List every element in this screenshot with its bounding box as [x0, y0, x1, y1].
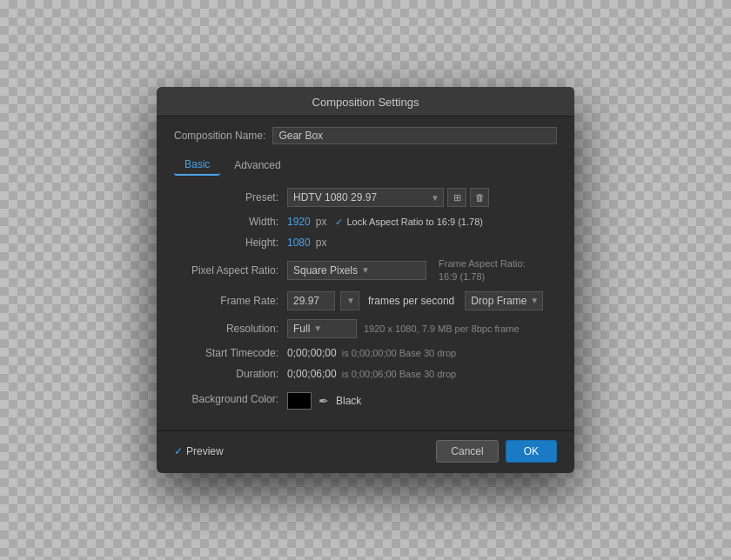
preset-row: Preset: HDTV 1080 29.97 ▼ ⊞ 🗑 — [174, 188, 557, 207]
width-px: px — [316, 216, 327, 228]
composition-settings-dialog: Composition Settings Composition Name: B… — [157, 87, 574, 473]
start-timecode-value[interactable]: 0;00;00;00 — [287, 347, 337, 359]
fps-label: Frame Rate: — [174, 295, 287, 307]
fps-row: Frame Rate: ▼ frames per second Drop Fra… — [174, 291, 557, 310]
duration-value[interactable]: 0;00;06;00 — [287, 368, 337, 380]
dialog-footer: ✓ Preview Cancel OK — [157, 430, 574, 473]
par-dropdown-arrow: ▼ — [361, 265, 370, 275]
drop-frame-value: Drop Frame — [471, 295, 526, 307]
preview-label: Preview — [186, 445, 224, 457]
width-value[interactable]: 1920 — [287, 216, 311, 228]
width-controls: 1920 px ✓ Lock Aspect Ratio to 16:9 (1.7… — [287, 216, 483, 228]
resolution-value: Full — [293, 323, 310, 335]
copy-icon: ⊞ — [453, 192, 461, 203]
start-timecode-controls: 0;00;00;00 is 0;00;00;00 Base 30 drop — [287, 347, 456, 359]
lock-check: ✓ — [335, 217, 343, 228]
duration-controls: 0;00;06;00 is 0;00;06;00 Base 30 drop — [287, 368, 456, 380]
preview-checkmark: ✓ — [174, 445, 183, 457]
fps-controls: ▼ frames per second Drop Frame ▼ — [287, 291, 543, 310]
tab-advanced[interactable]: Advanced — [224, 155, 291, 176]
comp-name-label: Composition Name: — [174, 130, 265, 142]
cancel-button[interactable]: Cancel — [436, 440, 498, 463]
preset-label: Preset: — [174, 191, 287, 203]
resolution-controls: Full ▼ 1920 x 1080, 7.9 MB per 8bpc fram… — [287, 319, 520, 338]
preset-value: HDTV 1080 29.97 — [293, 191, 427, 203]
preset-dropdown-arrow: ▼ — [431, 193, 439, 203]
resolution-dropdown[interactable]: Full ▼ — [287, 319, 357, 338]
resolution-info: 1920 x 1080, 7.9 MB per 8bpc frame — [364, 323, 520, 334]
par-row: Pixel Aspect Ratio: Square Pixels ▼ Fram… — [174, 257, 557, 283]
height-value[interactable]: 1080 — [287, 237, 311, 249]
bg-color-controls: ✒ Black — [287, 392, 361, 410]
comp-name-input[interactable] — [272, 127, 557, 144]
fps-input[interactable] — [287, 291, 335, 310]
frame-aspect-value: 16:9 (1.78) — [439, 271, 485, 282]
start-timecode-row: Start Timecode: 0;00;00;00 is 0;00;00;00… — [174, 347, 557, 359]
form-section: Preset: HDTV 1080 29.97 ▼ ⊞ 🗑 — [174, 188, 557, 410]
width-row: Width: 1920 px ✓ Lock Aspect Ratio to 16… — [174, 216, 557, 228]
bg-color-label: Background Color: — [174, 393, 287, 405]
fps-unit-dropdown[interactable]: ▼ — [340, 291, 359, 310]
duration-info: is 0;00;06;00 Base 30 drop — [342, 369, 456, 379]
title-bar: Composition Settings — [157, 87, 574, 117]
tab-basic[interactable]: Basic — [174, 155, 220, 176]
height-label: Height: — [174, 237, 287, 249]
start-timecode-info: is 0;00;00;00 Base 30 drop — [342, 348, 456, 358]
preset-dropdown[interactable]: HDTV 1080 29.97 ▼ — [287, 188, 444, 207]
delete-preset-button[interactable]: 🗑 — [470, 188, 489, 207]
resolution-row: Resolution: Full ▼ 1920 x 1080, 7.9 MB p… — [174, 319, 557, 338]
fps-unit-label: frames per second — [368, 295, 454, 307]
drop-frame-dropdown[interactable]: Drop Frame ▼ — [465, 291, 543, 310]
footer-buttons: Cancel OK — [436, 440, 557, 463]
color-name: Black — [336, 395, 361, 407]
ok-button[interactable]: OK — [506, 440, 557, 463]
duration-label: Duration: — [174, 368, 287, 380]
dialog-content: Composition Name: Basic Advanced Preset: — [157, 117, 574, 423]
bg-color-row: Background Color: ✒ Black — [174, 389, 557, 410]
height-row: Height: 1080 px — [174, 237, 557, 249]
dialog-title: Composition Settings — [312, 96, 419, 109]
copy-preset-button[interactable]: ⊞ — [447, 188, 466, 207]
preset-controls: HDTV 1080 29.97 ▼ ⊞ 🗑 — [287, 188, 489, 207]
preview-row[interactable]: ✓ Preview — [174, 445, 224, 457]
height-controls: 1080 px — [287, 237, 326, 249]
frame-aspect-info: Frame Aspect Ratio: 16:9 (1.78) — [439, 257, 526, 283]
par-controls: Square Pixels ▼ Frame Aspect Ratio: 16:9… — [287, 257, 526, 283]
fps-dropdown-arrow: ▼ — [346, 296, 355, 305]
frame-aspect-label: Frame Aspect Ratio: — [439, 258, 526, 269]
width-label: Width: — [174, 216, 287, 228]
resolution-label: Resolution: — [174, 323, 287, 335]
par-value: Square Pixels — [293, 264, 358, 277]
trash-icon: 🗑 — [475, 192, 485, 203]
tabs: Basic Advanced — [174, 155, 557, 176]
resolution-arrow: ▼ — [313, 323, 322, 333]
height-px: px — [316, 237, 327, 249]
lock-aspect-label[interactable]: Lock Aspect Ratio to 16:9 (1.78) — [346, 217, 483, 227]
comp-name-row: Composition Name: — [174, 127, 557, 144]
par-dropdown[interactable]: Square Pixels ▼ — [287, 261, 426, 280]
eyedropper-icon[interactable]: ✒ — [319, 394, 329, 408]
lock-aspect-row: ✓ Lock Aspect Ratio to 16:9 (1.78) — [335, 217, 483, 228]
par-label: Pixel Aspect Ratio: — [174, 264, 287, 277]
drop-frame-arrow: ▼ — [530, 296, 539, 305]
duration-row: Duration: 0;00;06;00 is 0;00;06;00 Base … — [174, 368, 557, 380]
start-timecode-label: Start Timecode: — [174, 347, 287, 359]
color-swatch[interactable] — [287, 392, 312, 410]
